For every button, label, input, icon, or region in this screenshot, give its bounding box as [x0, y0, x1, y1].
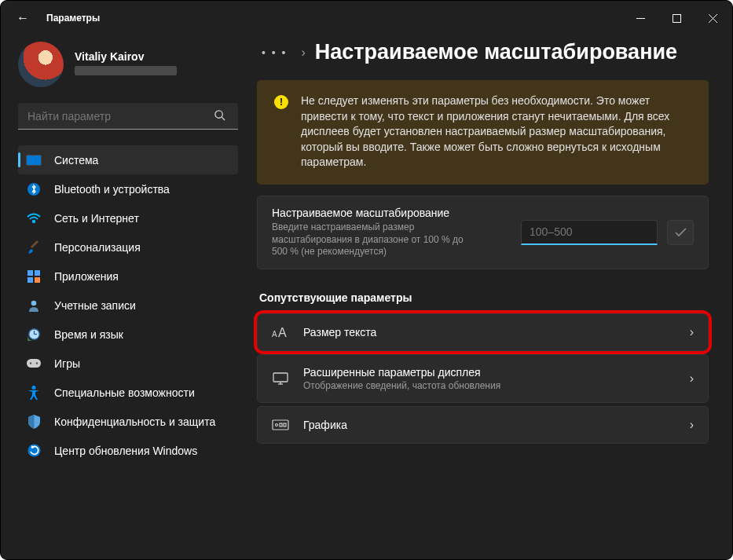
search-input[interactable]: [18, 103, 238, 130]
scale-input[interactable]: [521, 220, 658, 245]
clock-icon: [26, 327, 42, 342]
nav-item-accessibility[interactable]: Специальные возможности: [18, 378, 238, 407]
link-sub: Отображение сведений, частота обновления: [303, 380, 690, 391]
nav-label: Время и язык: [54, 328, 123, 341]
svg-rect-13: [35, 277, 40, 283]
svg-point-30: [276, 423, 278, 426]
display-icon: [26, 152, 42, 168]
maximize-button[interactable]: [658, 5, 695, 31]
profile-block[interactable]: Vitaliy Kairov: [18, 42, 238, 87]
custom-scale-sub: Введите настраиваемый размер масштабиров…: [272, 221, 476, 258]
text-size-icon: AA: [272, 326, 289, 339]
nav-item-network[interactable]: Сеть и Интернет: [18, 203, 238, 232]
chevron-right-icon: ›: [301, 46, 305, 60]
svg-text:A: A: [278, 326, 287, 339]
svg-rect-26: [273, 373, 288, 382]
close-button[interactable]: [695, 5, 731, 31]
nav-label: Специальные возможности: [54, 386, 195, 399]
monitor-icon: [272, 372, 289, 385]
apps-icon: [26, 269, 42, 284]
nav-label: Учетные записи: [54, 299, 136, 312]
nav-label: Центр обновления Windows: [54, 445, 197, 457]
svg-line-6: [222, 117, 225, 120]
person-icon: [26, 298, 42, 313]
warning-text: Не следует изменять эти параметры без не…: [301, 93, 693, 170]
nav-item-personalization[interactable]: Персонализация: [18, 232, 238, 262]
breadcrumb: • • • › Настраиваемое масштабирование: [257, 40, 709, 64]
nav-list: Система Bluetooth и устройства Сеть и Ин…: [18, 145, 238, 465]
link-graphics[interactable]: Графика ›: [257, 406, 709, 444]
nav-label: Игры: [54, 357, 80, 370]
profile-email-blurred: [75, 66, 177, 75]
graphics-icon: [272, 419, 289, 430]
link-title: Расширенные параметры дисплея: [303, 366, 481, 379]
svg-rect-31: [280, 423, 282, 426]
link-text-size[interactable]: AA Размер текста ›: [257, 313, 709, 351]
avatar: [18, 42, 64, 87]
nav-label: Система: [54, 154, 98, 167]
settings-window: ← Параметры Vitaliy Kairov Система B: [0, 0, 733, 560]
svg-rect-12: [27, 277, 33, 283]
search-icon: [214, 109, 225, 124]
nav-item-accounts[interactable]: Учетные записи: [18, 291, 238, 320]
nav-item-time[interactable]: Время и язык: [18, 320, 238, 349]
bluetooth-icon: [26, 181, 42, 197]
svg-point-9: [33, 220, 35, 222]
titlebar: ← Параметры: [1, 1, 732, 35]
svg-rect-19: [27, 359, 41, 368]
nav-label: Приложения: [54, 270, 119, 283]
link-title: Размер текста: [303, 326, 376, 339]
confirm-button[interactable]: [667, 220, 694, 245]
search-box[interactable]: [18, 103, 238, 130]
nav-label: Конфиденциальность и защита: [54, 415, 215, 428]
svg-rect-32: [284, 423, 286, 426]
link-title: Графика: [303, 419, 347, 431]
breadcrumb-ellipsis[interactable]: • • •: [257, 45, 291, 60]
link-advanced-display[interactable]: Расширенные параметры дисплеяОтображение…: [257, 354, 709, 403]
chevron-right-icon: ›: [690, 325, 694, 339]
accessibility-icon: [26, 385, 42, 401]
gamepad-icon: [26, 356, 42, 372]
custom-scale-card: Настраиваемое масштабирование Введите на…: [257, 196, 709, 269]
svg-rect-7: [27, 155, 42, 165]
nav-label: Сеть и Интернет: [54, 212, 139, 225]
related-heading: Сопутствующие параметры: [259, 291, 709, 304]
brush-icon: [26, 240, 42, 255]
svg-rect-1: [673, 14, 680, 22]
svg-point-22: [32, 386, 36, 390]
svg-rect-11: [35, 270, 40, 276]
window-title: Параметры: [46, 13, 622, 24]
back-button[interactable]: ←: [16, 11, 29, 25]
chevron-right-icon: ›: [690, 418, 694, 432]
nav-item-privacy[interactable]: Конфиденциальность и защита: [18, 407, 238, 436]
nav-item-gaming[interactable]: Игры: [18, 349, 238, 378]
custom-scale-title: Настраиваемое масштабирование: [272, 207, 476, 219]
svg-rect-4: [75, 66, 177, 75]
svg-point-14: [31, 300, 37, 306]
svg-point-20: [30, 362, 31, 364]
nav-label: Персонализация: [54, 241, 141, 254]
svg-point-5: [215, 111, 222, 118]
nav-label: Bluetooth и устройства: [54, 183, 170, 196]
check-icon: [675, 228, 687, 237]
profile-name: Vitaliy Kairov: [75, 50, 177, 63]
sidebar: Vitaliy Kairov Система Bluetooth и устро…: [1, 35, 243, 559]
chevron-right-icon: ›: [690, 372, 694, 386]
nav-item-update[interactable]: Центр обновления Windows: [18, 436, 238, 465]
update-icon: [26, 443, 42, 459]
content-area: • • • › Настраиваемое масштабирование ! …: [243, 35, 732, 559]
svg-text:A: A: [272, 330, 277, 339]
wifi-icon: [26, 210, 42, 226]
warning-icon: !: [274, 95, 288, 109]
svg-rect-10: [27, 270, 33, 276]
warning-banner: ! Не следует изменять эти параметры без …: [257, 80, 709, 185]
page-title: Настраиваемое масштабирование: [315, 40, 677, 64]
minimize-button[interactable]: [622, 5, 658, 31]
shield-icon: [26, 414, 42, 430]
nav-item-system[interactable]: Система: [18, 145, 238, 174]
nav-item-bluetooth[interactable]: Bluetooth и устройства: [18, 174, 238, 203]
svg-point-21: [36, 362, 38, 364]
nav-item-apps[interactable]: Приложения: [18, 262, 238, 291]
